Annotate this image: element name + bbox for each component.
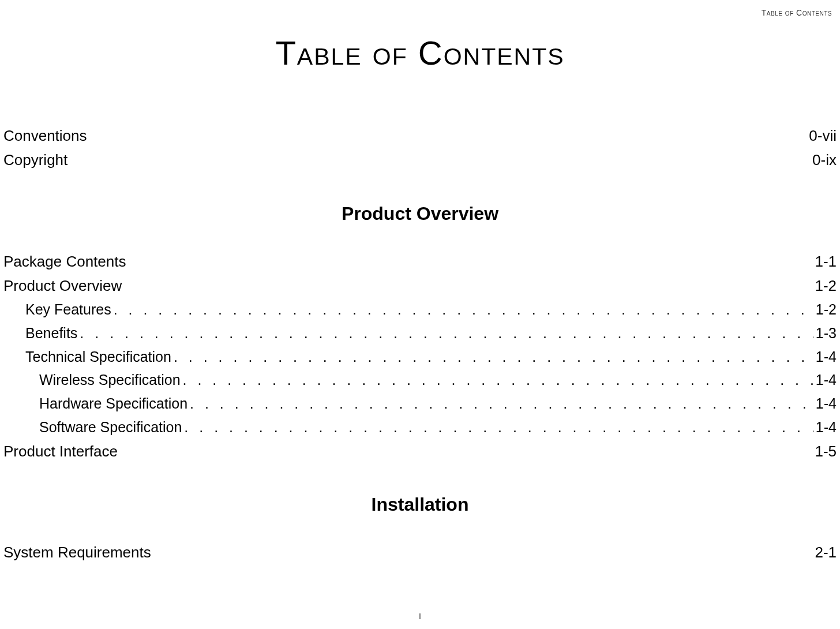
- toc-entry-page: 1-4: [816, 392, 837, 415]
- toc-entry: Product Overview 1-2: [3, 274, 837, 297]
- section-heading: Installation: [3, 494, 837, 515]
- leader-dots: [114, 298, 813, 321]
- toc-entry: Key Features 1-2: [3, 298, 837, 321]
- toc-entry-page: 1-4: [816, 346, 837, 368]
- leader-dots: [183, 369, 813, 391]
- toc-entry-label: Hardware Specification: [39, 392, 187, 415]
- toc-entry-page: 0-vii: [809, 124, 837, 147]
- toc-entry: Product Interface 1-5: [3, 440, 837, 463]
- toc-entry-label: Package Contents: [3, 250, 126, 273]
- leader-dots: [190, 392, 813, 415]
- toc-entry: Technical Specification 1-4: [3, 346, 837, 368]
- toc-entry: Wireless Specification 1-4: [3, 369, 837, 391]
- toc-entry-label: Copyright: [3, 148, 68, 171]
- toc-entry-label: Software Specification: [39, 416, 182, 439]
- toc-entry-label: Key Features: [25, 298, 111, 321]
- toc-entry: Conventions 0-vii: [3, 124, 837, 147]
- toc-content: Conventions 0-vii Copyright 0-ix Product…: [0, 124, 840, 564]
- toc-entry-page: 1-3: [816, 322, 837, 345]
- leader-dots: [174, 346, 813, 368]
- running-head: Table of Contents: [0, 0, 840, 17]
- toc-entry: System Requirements 2-1: [3, 541, 837, 564]
- toc-entry-page: 1-2: [816, 298, 837, 321]
- toc-entry-label: System Requirements: [3, 541, 151, 564]
- toc-entry: Benefits 1-3: [3, 322, 837, 345]
- toc-entry: Hardware Specification 1-4: [3, 392, 837, 415]
- toc-entry-page: 1-4: [816, 416, 837, 439]
- toc-entry-label: Benefits: [25, 322, 77, 345]
- page-number: I: [0, 612, 840, 621]
- toc-entry-page: 1-2: [815, 274, 837, 297]
- toc-entry: Software Specification 1-4: [3, 416, 837, 439]
- leader-dots: [184, 416, 813, 439]
- toc-entry-page: 1-1: [815, 250, 837, 273]
- toc-entry-page: 0-ix: [812, 148, 837, 171]
- toc-entry-page: 1-4: [816, 369, 837, 391]
- toc-entry-label: Product Overview: [3, 274, 122, 297]
- toc-entry-label: Product Interface: [3, 440, 118, 463]
- toc-entry-label: Conventions: [3, 124, 87, 147]
- toc-entry: Copyright 0-ix: [3, 148, 837, 171]
- leader-dots: [80, 322, 813, 345]
- section-heading: Product Overview: [3, 203, 837, 224]
- toc-entry-page: 1-5: [815, 440, 837, 463]
- toc-entry-label: Wireless Specification: [39, 369, 181, 391]
- toc-entry-label: Technical Specification: [25, 346, 171, 368]
- page-title: Table of Contents: [0, 33, 840, 72]
- toc-entry: Package Contents 1-1: [3, 250, 837, 273]
- toc-entry-page: 2-1: [815, 541, 837, 564]
